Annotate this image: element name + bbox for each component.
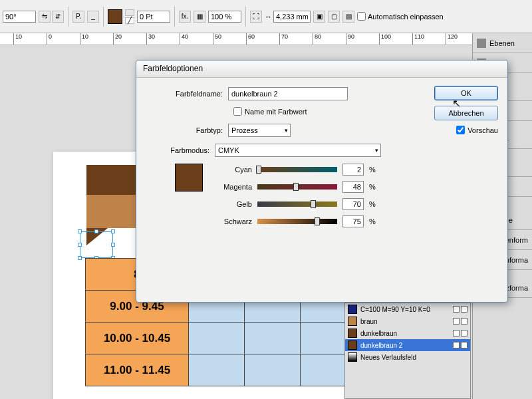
black-value[interactable] (342, 215, 364, 227)
frame-fit-icon[interactable]: ⛶ (250, 11, 262, 23)
dialog-title: Farbfeldoptionen (136, 61, 507, 78)
mode-label: Farbmodus: (148, 146, 215, 154)
flip-h-icon[interactable]: ⇋ (39, 11, 51, 23)
top-toolbar: ⇋⇵ P. ⎯ ╱ fx. ▦ ⛶ ↔ ▣ ▢ ▤ Automatisch ei… (0, 0, 532, 33)
swatch-row[interactable]: C=100 M=90 Y=10 K=0 (345, 303, 470, 315)
horizontal-ruler: 10 0 10 20 30 40 50 60 70 80 90 100 110 … (0, 33, 532, 45)
ok-button[interactable]: OK (434, 86, 498, 100)
flip-v-icon[interactable]: ⇵ (52, 11, 64, 23)
stroke-weight-input[interactable] (137, 11, 170, 23)
swatch-row[interactable]: Neues Verlaufsfeld (345, 351, 470, 363)
fit-frame-icon[interactable]: ▢ (328, 11, 340, 23)
cancel-button[interactable]: Abbrechen (434, 106, 498, 120)
type-label: Farbtyp: (148, 126, 228, 134)
preview-label: Vorschau (467, 126, 498, 134)
fit-offset-input[interactable] (273, 11, 311, 23)
swatches-panel: C=100 M=90 Y=10 K=0 braun dunkelbraun du… (344, 303, 471, 399)
text-tool-icon[interactable]: P. (72, 11, 84, 23)
anchor-icon[interactable]: ⎯ (87, 11, 99, 23)
black-slider[interactable] (257, 219, 337, 224)
swatch-row[interactable]: dunkelbraun (345, 327, 470, 339)
swatch-row-selected[interactable]: dunkelbraun 2 (345, 339, 470, 351)
swatch-options-dialog: Farbfeldoptionen Farbfeldname: Name mit … (136, 60, 508, 303)
swatch-name-input[interactable] (228, 87, 348, 100)
color-mode-select[interactable]: CMYK (215, 144, 381, 157)
panel-ebenen[interactable]: Ebenen (473, 33, 532, 53)
fit-content-icon[interactable]: ▣ (313, 11, 325, 23)
fill-icon[interactable] (125, 9, 134, 16)
name-with-value-label: Name mit Farbwert (245, 108, 307, 116)
name-label: Farbfeldname: (148, 90, 228, 98)
center-icon[interactable]: ▤ (342, 11, 354, 23)
yellow-slider[interactable] (257, 201, 337, 207)
fx-icon[interactable]: fx. (179, 11, 191, 23)
name-with-value-checkbox[interactable] (233, 107, 242, 116)
preview-checkbox[interactable] (456, 126, 465, 134)
magenta-slider[interactable] (257, 184, 337, 190)
preview-swatch (175, 164, 203, 192)
color-type-select[interactable]: Prozess (228, 124, 291, 137)
auto-fit-label: Automatisch einpassen (368, 13, 444, 21)
drop-shadow-icon[interactable]: ▦ (194, 11, 205, 23)
cyan-value[interactable] (342, 164, 364, 176)
swatch-row[interactable]: braun (345, 315, 470, 327)
stroke-icon[interactable]: ╱ (125, 17, 134, 24)
cyan-slider[interactable] (257, 167, 337, 172)
auto-fit-checkbox[interactable] (357, 12, 366, 21)
selection-handles[interactable] (80, 231, 113, 258)
yellow-value[interactable] (342, 198, 364, 210)
angle-input[interactable] (3, 11, 36, 23)
opacity-input[interactable] (208, 11, 241, 23)
fill-swatch[interactable] (108, 9, 122, 24)
magenta-value[interactable] (342, 181, 364, 193)
